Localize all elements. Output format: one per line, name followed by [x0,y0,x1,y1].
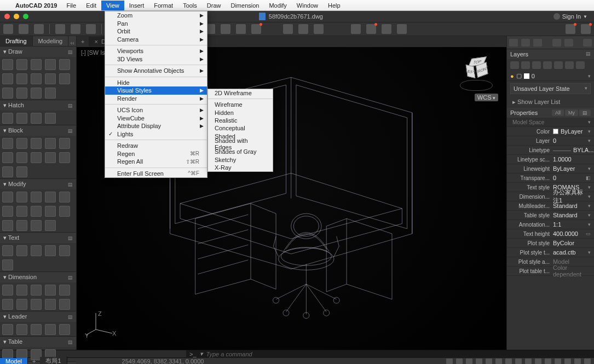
prop-text-height[interactable]: Text height400.0000▭ [507,229,594,239]
tool-icon[interactable] [45,206,56,217]
status-more-icon[interactable] [545,359,551,364]
tool-icon[interactable] [2,259,13,270]
add-layout-icon[interactable]: + [28,358,40,365]
tool-icon[interactable] [2,59,13,70]
filter-all[interactable]: All [552,109,564,116]
tool-icon[interactable] [16,206,27,217]
viewport-icon[interactable] [283,24,293,34]
tool-icon[interactable] [31,285,42,296]
tool-icon[interactable] [16,59,27,70]
tool-icon[interactable] [45,59,56,70]
orbit-icon[interactable] [314,24,324,34]
filter-more-icon[interactable]: ▤ [579,109,591,116]
tool-icon[interactable] [45,324,56,335]
menu-item-lights[interactable]: ✓Lights [105,130,207,138]
current-layer-row[interactable]: ●▢ 0 ▾ [507,71,594,81]
tool-icon[interactable] [31,73,42,84]
tool-icon[interactable] [59,245,70,256]
tool-icon[interactable] [31,152,42,163]
visual-style-shaded-with-edges[interactable]: Shaded with Edges [208,140,273,148]
prop-plot-style[interactable]: Plot styleByColor [507,239,594,248]
tool-icon[interactable] [45,285,56,296]
tab-drafting[interactable]: Drafting [0,36,33,46]
tool-icon[interactable] [59,138,70,149]
tool-icon[interactable] [2,245,13,256]
menu-help[interactable]: Help [323,1,345,10]
tool-icon[interactable] [59,299,70,310]
menu-item-camera[interactable]: Camera▶ [105,36,207,44]
sc-icon[interactable] [535,359,541,364]
layer-tool-icon[interactable] [576,61,585,69]
otrack-icon[interactable] [495,359,502,364]
panel-toggle-icon[interactable] [509,39,518,47]
tool-icon[interactable] [59,152,70,163]
tool-icon[interactable] [45,138,56,149]
status-more-icon[interactable] [574,359,581,364]
tool-icon[interactable] [45,220,56,231]
save-icon[interactable] [34,24,44,34]
prop-lineweight[interactable]: LineweightByLayer▾ [507,164,594,174]
tool-icon[interactable] [2,73,13,84]
menu-window[interactable]: Window [292,1,323,10]
status-more-icon[interactable] [564,359,571,364]
menu-edit[interactable]: Edit [81,1,101,10]
panel-toggle-icon[interactable] [533,39,542,47]
tool-icon[interactable] [16,220,27,231]
tool-icon[interactable] [2,113,13,124]
prop-linetype-sc-[interactable]: Linetype sc...1.0000 [507,155,594,164]
viewcube-compass[interactable] [460,80,493,91]
menu-item-3d-views[interactable]: 3D Views▶ [105,55,207,63]
tool-icon[interactable] [31,192,42,203]
menu-insert[interactable]: Insert [124,1,149,10]
prop-dimension-[interactable]: Dimension...办公家具标注1▾ [507,192,594,201]
tool-icon[interactable] [16,138,27,149]
tool-icon[interactable] [45,299,56,310]
prop-transpare-[interactable]: Transpare...0◧ [507,174,594,183]
menu-modify[interactable]: Modify [264,1,291,10]
tool-icon[interactable] [2,220,13,231]
visual-style-2d-wireframe[interactable]: 2D Wireframe [208,89,273,97]
menu-format[interactable]: Format [149,1,178,10]
qp-icon[interactable] [525,359,532,364]
tool-icon[interactable] [16,88,27,99]
tool-icon[interactable] [16,245,27,256]
lwt-icon[interactable] [505,359,512,364]
menu-item-regen[interactable]: Regen⌘R [105,150,207,158]
area-icon[interactable] [382,24,391,34]
prop-plot-table-t-[interactable]: Plot table t...Color dependent [507,267,594,276]
layer-tool-icon[interactable] [565,61,574,69]
print-icon[interactable] [86,24,96,34]
layer3-icon[interactable] [221,24,230,34]
tool-icon[interactable] [2,299,13,310]
view-cube[interactable]: TOP LEFT FRONT [457,53,495,91]
status-more-icon[interactable] [555,359,561,364]
layers-panel-header[interactable]: Layers▤ [507,49,594,59]
tool-icon[interactable] [59,285,70,296]
osnap-icon[interactable] [486,359,492,364]
prop-linetype[interactable]: Linetype———BYLA...▾ [507,146,594,155]
tool-icon[interactable] [16,166,27,177]
menu-item-hide[interactable]: Hide [105,79,207,87]
palette-header[interactable]: ▾ Hatch▤ [0,100,76,111]
pan-icon[interactable] [298,24,308,34]
menu-item-visual-styles[interactable]: Visual Styles▶ [105,86,207,95]
layer-tool-icon[interactable] [554,61,563,69]
wcs-badge[interactable]: WCS ▾ [475,94,498,101]
prop-layer[interactable]: Layer0▾ [507,136,594,146]
menu-item-pan[interactable]: Pan▶ [105,20,207,28]
tool-icon[interactable] [31,206,42,217]
tool-icon[interactable] [31,138,42,149]
new-icon[interactable] [3,24,13,34]
show-layer-list[interactable]: ▸ Show Layer List [507,96,594,108]
visual-style-realistic[interactable]: Realistic [208,117,273,124]
layer-tool-icon[interactable] [532,61,541,69]
tool-icon[interactable] [45,113,56,124]
close-window-icon[interactable] [4,14,10,19]
palette-header[interactable]: ▾ Table▤ [0,337,76,347]
tool-icon[interactable] [2,285,13,296]
tool-icon[interactable] [2,138,13,149]
tool-icon[interactable] [16,113,27,124]
dyn-icon[interactable] [515,359,522,364]
visual-style-conceptual[interactable]: Conceptual [208,124,273,132]
menu-item-render[interactable]: Render▶ [105,95,207,103]
